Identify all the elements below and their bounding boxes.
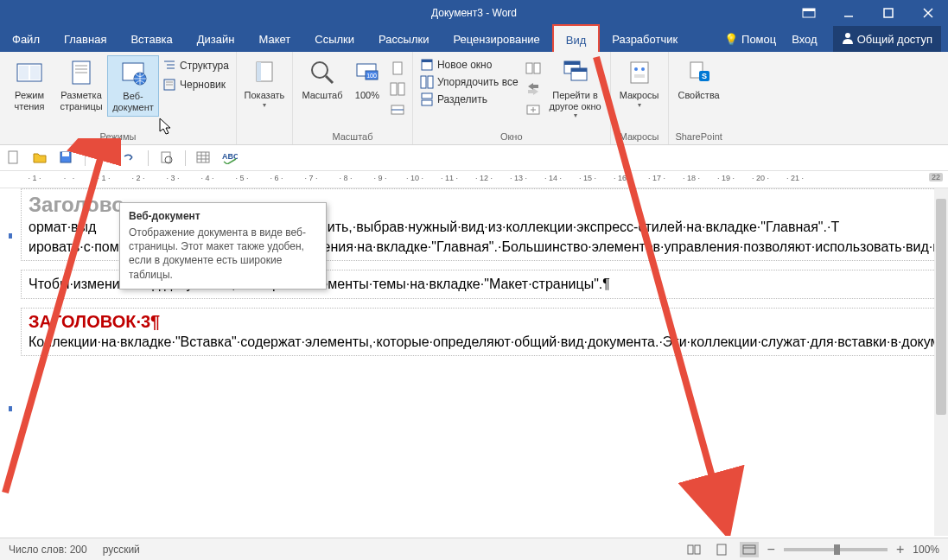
- multiple-pages-icon[interactable]: [390, 81, 405, 97]
- svg-line-65: [5, 147, 104, 493]
- magnifier-icon: [309, 59, 336, 86]
- document-title: Документ3 - Word: [431, 7, 517, 19]
- svg-rect-36: [421, 76, 426, 88]
- page-width-icon[interactable]: [390, 102, 405, 118]
- switch-windows-icon: [562, 59, 589, 86]
- ribbon-display-options-icon[interactable]: [789, 0, 829, 26]
- svg-rect-38: [422, 93, 432, 99]
- language-indicator[interactable]: русский: [103, 544, 140, 556]
- tab-mailings[interactable]: Рассылки: [366, 26, 441, 52]
- share-button[interactable]: Общий доступ: [833, 26, 941, 52]
- zoom-button[interactable]: Масштаб: [296, 55, 348, 105]
- arrange-all-icon: [420, 75, 434, 89]
- vertical-scrollbar[interactable]: [934, 188, 948, 536]
- title-bar: Документ3 - Word: [0, 0, 948, 26]
- tab-home[interactable]: Главная: [52, 26, 118, 52]
- tooltip-body: Отображение документа в виде веб-страниц…: [129, 226, 317, 282]
- split-icon: [420, 92, 434, 106]
- close-button[interactable]: [908, 0, 948, 26]
- zoom-out-button[interactable]: −: [767, 542, 775, 557]
- paragraph-3[interactable]: Коллекции·на·вкладке·"Вставка"·содержат·…: [29, 332, 932, 352]
- horizontal-ruler[interactable]: · 1 ·· ·· 1 ·· 2 ·· 3 ·· 4 ·· 5 ·· 6 ·· …: [0, 171, 948, 188]
- zoom-level[interactable]: 100%: [913, 544, 939, 556]
- word-count[interactable]: Число слов: 200: [9, 544, 87, 556]
- svg-rect-3: [884, 9, 893, 17]
- web-layout-view-icon[interactable]: [740, 542, 759, 557]
- draft-view-button[interactable]: Черновик: [159, 76, 232, 93]
- read-mode-button[interactable]: Режим чтения: [3, 55, 55, 115]
- group-show: Показать ▾: [237, 52, 293, 144]
- minimize-button[interactable]: [829, 0, 868, 26]
- group-zoom: Масштаб 100 100% Масштаб: [293, 52, 413, 144]
- mouse-cursor-icon: [159, 118, 175, 141]
- svg-rect-44: [564, 61, 580, 65]
- svg-rect-69: [717, 544, 726, 555]
- split-button[interactable]: Разделить: [417, 92, 522, 107]
- tab-file[interactable]: Файл: [0, 26, 52, 52]
- tab-insert[interactable]: Вставка: [118, 26, 184, 52]
- ribbon-view-tab: Режим чтения Разметка страницы Веб-докум…: [0, 52, 948, 145]
- svg-line-66: [596, 57, 726, 527]
- one-page-icon[interactable]: [390, 60, 405, 76]
- reset-window-icon[interactable]: [525, 102, 541, 118]
- sign-in-button[interactable]: Вход: [779, 26, 829, 52]
- annotation-arrow-1: [0, 138, 121, 501]
- read-mode-view-icon[interactable]: [684, 542, 703, 557]
- status-bar: Число слов: 200 русский − + 100%: [0, 538, 948, 560]
- web-layout-button[interactable]: Веб-документ: [107, 55, 159, 117]
- group-window: Новое окно Упорядочить все Разделить: [413, 52, 611, 144]
- zoom-slider[interactable]: [784, 548, 888, 551]
- svg-rect-37: [428, 76, 433, 88]
- heading-3[interactable]: ЗАГОЛОВОК·3¶: [29, 312, 932, 332]
- new-window-button[interactable]: Новое окно: [417, 57, 522, 73]
- tab-developer[interactable]: Разработчик: [600, 26, 690, 52]
- print-layout-icon: [67, 59, 95, 86]
- lightbulb-icon: 💡: [724, 33, 738, 46]
- read-mode-icon: [16, 59, 43, 86]
- show-icon: [251, 59, 278, 86]
- zoom-100-icon: 100: [353, 59, 381, 86]
- svg-rect-59: [197, 152, 209, 162]
- svg-rect-70: [743, 545, 755, 554]
- svg-line-25: [326, 76, 333, 83]
- svg-rect-68: [695, 545, 700, 554]
- side-by-side-icon[interactable]: [525, 60, 541, 76]
- sync-scroll-icon[interactable]: [525, 81, 541, 97]
- redo-icon[interactable]: [122, 150, 137, 166]
- show-button[interactable]: Показать ▾: [240, 55, 289, 112]
- svg-point-6: [845, 33, 850, 38]
- table-icon[interactable]: [196, 150, 212, 166]
- svg-rect-41: [534, 63, 540, 73]
- svg-text:100: 100: [366, 73, 377, 79]
- zoom-100-button[interactable]: 100 100%: [348, 55, 386, 105]
- arrange-all-button[interactable]: Упорядочить все: [417, 74, 522, 90]
- svg-rect-1: [803, 9, 815, 11]
- svg-rect-39: [422, 100, 432, 105]
- chevron-down-icon: ▾: [574, 111, 577, 119]
- tell-me-search[interactable]: 💡 Помоц: [724, 33, 776, 46]
- svg-rect-23: [257, 62, 261, 81]
- zoom-in-button[interactable]: +: [896, 542, 904, 557]
- tooltip-title: Веб-документ: [129, 210, 317, 222]
- svg-rect-31: [398, 83, 404, 95]
- scrollbar-thumb[interactable]: [936, 199, 946, 415]
- tab-layout[interactable]: Макет: [246, 26, 302, 52]
- svg-rect-35: [422, 60, 432, 62]
- print-layout-view-icon[interactable]: [712, 542, 731, 557]
- svg-point-24: [312, 62, 328, 78]
- svg-rect-30: [391, 83, 397, 95]
- group-label-window: Окно: [417, 130, 607, 144]
- tab-references[interactable]: Ссылки: [302, 26, 366, 52]
- outline-view-button[interactable]: Структура: [159, 57, 232, 74]
- tab-review[interactable]: Рецензирование: [441, 26, 551, 52]
- print-layout-button[interactable]: Разметка страницы: [55, 55, 107, 115]
- group-views: Режим чтения Разметка страницы Веб-докум…: [0, 52, 237, 144]
- chevron-down-icon: ▾: [263, 101, 266, 109]
- print-preview-icon[interactable]: [159, 150, 175, 166]
- maximize-button[interactable]: [868, 0, 908, 26]
- spelling-icon[interactable]: ABC: [222, 150, 238, 166]
- tab-view[interactable]: Вид: [552, 24, 601, 52]
- tab-design[interactable]: Дизайн: [185, 26, 247, 52]
- person-icon: [842, 32, 854, 47]
- svg-rect-9: [30, 66, 40, 80]
